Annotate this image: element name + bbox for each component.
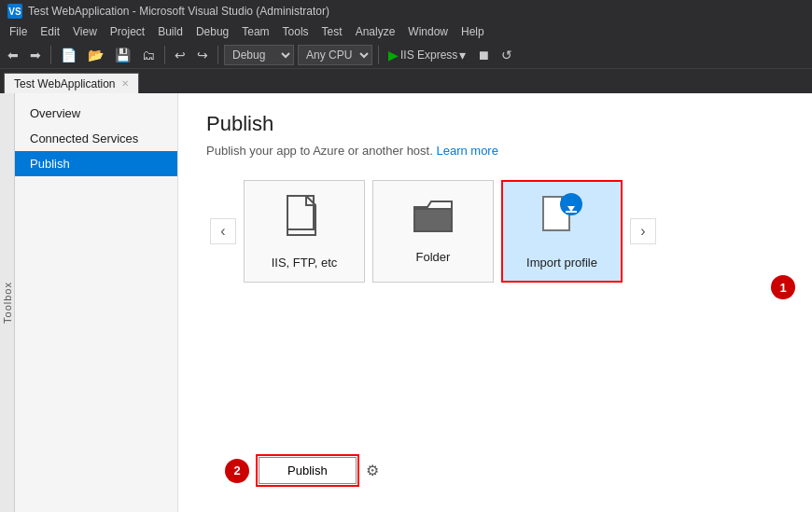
next-arrow[interactable]: › bbox=[630, 218, 656, 244]
publish-card-iis-ftp[interactable]: IIS, FTP, etc bbox=[244, 180, 365, 283]
tab-close-icon[interactable]: ✕ bbox=[121, 78, 129, 89]
import-profile-icon bbox=[541, 193, 582, 246]
publish-button[interactable]: Publish bbox=[259, 457, 357, 484]
toolbar-save[interactable]: 💾 bbox=[111, 46, 134, 64]
menu-tools[interactable]: Tools bbox=[277, 23, 315, 40]
publish-card-import-profile[interactable]: Import profile bbox=[501, 180, 623, 283]
tab-webapplication[interactable]: Test WebApplication ✕ bbox=[4, 73, 139, 93]
learn-more-link[interactable]: Learn more bbox=[436, 144, 497, 158]
toolbox-strip: Toolbox bbox=[0, 93, 15, 512]
badge-1: 1 bbox=[771, 275, 795, 299]
menu-project[interactable]: Project bbox=[105, 23, 150, 40]
import-profile-label: Import profile bbox=[526, 256, 597, 270]
sidebar-item-connected-services[interactable]: Connected Services bbox=[15, 126, 177, 151]
toolbar-sep2 bbox=[164, 46, 165, 64]
menu-edit[interactable]: Edit bbox=[35, 23, 65, 40]
content-area: Publish Publish your app to Azure or ano… bbox=[178, 93, 812, 512]
window-title: Test WebApplication - Microsoft Visual S… bbox=[28, 5, 329, 18]
svg-rect-0 bbox=[287, 196, 314, 229]
toolbox-label: Toolbox bbox=[2, 282, 13, 324]
menu-view[interactable]: View bbox=[67, 23, 103, 40]
folder-icon bbox=[413, 200, 454, 241]
toolbar: ⬅ ➡ 📄 📂 💾 🗂 ↩ ↪ Debug Release Any CPU x8… bbox=[0, 41, 812, 69]
menu-analyze[interactable]: Analyze bbox=[350, 23, 401, 40]
menu-window[interactable]: Window bbox=[402, 23, 454, 40]
run-button[interactable]: ▶ IIS Express ▾ bbox=[385, 46, 469, 64]
prev-arrow[interactable]: ‹ bbox=[210, 218, 236, 244]
page-title: Publish bbox=[206, 112, 784, 136]
refresh-button[interactable]: ↺ bbox=[497, 46, 516, 64]
toolbar-new[interactable]: 📄 bbox=[57, 46, 80, 64]
toolbar-open[interactable]: 📂 bbox=[84, 46, 107, 64]
menu-debug[interactable]: Debug bbox=[190, 23, 234, 40]
run-label: IIS Express bbox=[400, 48, 457, 62]
toolbar-back[interactable]: ⬅ bbox=[4, 46, 22, 64]
toolbar-sep1 bbox=[50, 46, 51, 64]
toolbar-undo[interactable]: ↩ bbox=[171, 46, 189, 64]
toolbar-redo[interactable]: ↪ bbox=[193, 46, 212, 64]
iis-ftp-label: IIS, FTP, etc bbox=[272, 256, 338, 270]
settings-gear-icon[interactable]: ⚙ bbox=[366, 462, 379, 479]
sidebar-item-overview[interactable]: Overview bbox=[15, 101, 177, 126]
tab-label: Test WebApplication bbox=[14, 77, 116, 90]
menu-file[interactable]: File bbox=[4, 23, 33, 40]
menu-help[interactable]: Help bbox=[455, 23, 490, 40]
platform-dropdown[interactable]: Any CPU x86 x64 bbox=[298, 45, 372, 65]
stop-button[interactable]: ⏹ bbox=[473, 46, 494, 64]
menu-test[interactable]: Test bbox=[316, 23, 348, 40]
page-subtitle: Publish your app to Azure or another hos… bbox=[206, 144, 784, 158]
title-bar: VS Test WebApplication - Microsoft Visua… bbox=[0, 0, 812, 22]
toolbar-forward[interactable]: ➡ bbox=[26, 46, 45, 64]
main-area: Toolbox Overview Connected Services Publ… bbox=[0, 93, 812, 512]
iis-ftp-icon bbox=[286, 194, 323, 246]
sidebar: Overview Connected Services Publish bbox=[15, 93, 178, 512]
publish-card-folder[interactable]: Folder bbox=[372, 180, 494, 283]
menu-bar: File Edit View Project Build Debug Team … bbox=[0, 22, 812, 41]
menu-build[interactable]: Build bbox=[152, 23, 189, 40]
tab-strip: Test WebApplication ✕ bbox=[0, 69, 812, 93]
sidebar-item-publish[interactable]: Publish bbox=[15, 151, 177, 176]
publish-options: ‹ IIS, FTP, etc bbox=[206, 180, 784, 283]
debug-config-dropdown[interactable]: Debug Release bbox=[224, 45, 294, 65]
toolbar-save-all[interactable]: 🗂 bbox=[138, 46, 159, 64]
vs-icon: VS bbox=[7, 4, 22, 19]
folder-label: Folder bbox=[416, 250, 451, 264]
toolbar-sep3 bbox=[217, 46, 218, 64]
menu-team[interactable]: Team bbox=[236, 23, 274, 40]
toolbar-sep4 bbox=[378, 46, 379, 64]
badge-2: 2 bbox=[225, 459, 249, 483]
publish-bottom-area: 2 Publish ⚙ bbox=[225, 457, 379, 484]
